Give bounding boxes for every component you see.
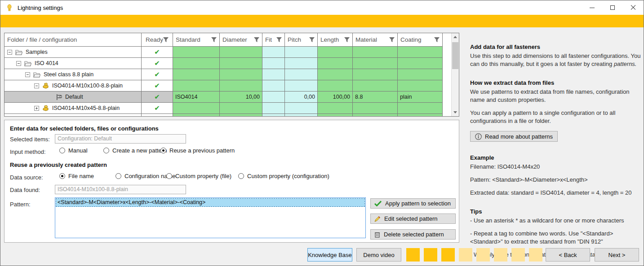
table-scrollbar[interactable] bbox=[451, 33, 459, 116]
demo-video-button[interactable]: Demo video bbox=[356, 248, 401, 262]
column-header-length[interactable]: Length bbox=[318, 33, 353, 47]
configuration-icon bbox=[56, 94, 62, 100]
radio-custom-property-file[interactable]: Custom property (file) bbox=[166, 173, 231, 179]
collapse-expander[interactable] bbox=[34, 83, 39, 88]
maximize-button[interactable] bbox=[602, 0, 623, 15]
back-button[interactable]: < Back bbox=[546, 248, 590, 262]
section-heading-enter-data: Enter data for selected folders, files o… bbox=[10, 125, 159, 132]
example-extracted: Extracted data: standard = ISO4014, diam… bbox=[470, 189, 641, 197]
accent-band bbox=[0, 15, 644, 27]
progress-step bbox=[511, 248, 525, 262]
app-window: Lightning settings Folder / file / confi… bbox=[0, 0, 644, 266]
selected-items-field: Configuration: Default bbox=[55, 134, 186, 144]
radio-reuse-previous-pattern[interactable]: Reuse a previous pattern bbox=[160, 147, 235, 154]
filter-icon[interactable] bbox=[163, 37, 169, 42]
help-text: You can apply a pattern to a single conf… bbox=[470, 109, 641, 125]
filter-icon[interactable] bbox=[344, 37, 350, 42]
radio-create-new-pattern[interactable]: Create a new pattern bbox=[103, 147, 167, 154]
edit-pattern-button[interactable]: Edit selected pattern bbox=[370, 214, 456, 224]
progress-step bbox=[494, 248, 507, 262]
progress-step bbox=[476, 248, 490, 262]
radio-icon bbox=[103, 148, 109, 153]
help-heading-tips: Tips bbox=[470, 208, 641, 215]
next-button[interactable]: Next > bbox=[595, 248, 639, 262]
wizard-progress-steps bbox=[406, 248, 542, 262]
pattern-listbox[interactable]: <Standard>-M<Diameter>x<Length>-<Materia… bbox=[55, 197, 366, 238]
apply-pattern-button[interactable]: Apply pattern to selection bbox=[370, 198, 456, 209]
collapse-expander[interactable] bbox=[7, 50, 12, 55]
radio-icon bbox=[238, 173, 244, 179]
app-logo-icon bbox=[6, 4, 13, 11]
column-header-tree[interactable]: Folder / file / configuration bbox=[4, 33, 142, 47]
minimize-icon bbox=[590, 8, 595, 8]
radio-icon-checked bbox=[160, 148, 166, 153]
table-row[interactable]: ISO4014-M10x100-8.8-plain ✔ bbox=[4, 80, 459, 92]
progress-step bbox=[406, 248, 420, 262]
section-heading-reuse-pattern: Reuse a previously created pattern bbox=[10, 161, 107, 168]
column-header-coating[interactable]: Coating bbox=[398, 33, 443, 47]
collapse-expander[interactable] bbox=[16, 61, 21, 66]
collapse-expander[interactable] bbox=[25, 72, 30, 77]
maximize-icon bbox=[610, 5, 615, 10]
check-icon bbox=[374, 201, 382, 206]
pattern-list-item-selected[interactable]: <Standard>-M<Diameter>x<Length>-<Materia… bbox=[56, 198, 365, 207]
progress-step bbox=[529, 248, 542, 262]
filter-icon[interactable] bbox=[434, 37, 440, 42]
column-header-ready[interactable]: Ready bbox=[142, 33, 173, 47]
table-row[interactable]: Steel class 8.8 plain ✔ bbox=[4, 69, 459, 80]
progress-step bbox=[459, 248, 472, 262]
help-heading-extract: How we extract data from files bbox=[470, 79, 641, 86]
column-header-fit[interactable]: Fit bbox=[262, 33, 285, 47]
window-title: Lightning settings bbox=[18, 4, 63, 11]
table-row[interactable]: ISO4014-M10x50-8.8-plain ✔ bbox=[4, 114, 459, 117]
filter-icon[interactable] bbox=[309, 37, 315, 42]
title-bar: Lightning settings bbox=[0, 0, 644, 15]
table-row[interactable]: ISO4014-M10x45-8.8-plain ✔ bbox=[4, 103, 459, 114]
column-header-pitch[interactable]: Pitch bbox=[285, 33, 318, 47]
scroll-up-icon[interactable] bbox=[453, 36, 457, 38]
read-more-button[interactable]: Read more about patterns bbox=[470, 131, 558, 142]
radio-custom-property-configuration[interactable]: Custom property (configuration) bbox=[238, 173, 329, 179]
data-found-field: ISO4014-M10x100-8.8-plain bbox=[55, 185, 186, 194]
folder-icon bbox=[33, 72, 40, 78]
pattern-label: Pattern: bbox=[10, 201, 31, 208]
expand-expander[interactable] bbox=[34, 106, 39, 111]
close-icon bbox=[631, 5, 636, 10]
ready-check-icon: ✔ bbox=[154, 70, 160, 78]
filter-icon[interactable] bbox=[254, 37, 259, 42]
scrollbar-thumb[interactable] bbox=[452, 42, 458, 69]
scroll-down-icon[interactable] bbox=[453, 111, 457, 113]
column-header-diameter[interactable]: Diameter bbox=[220, 33, 262, 47]
filter-icon[interactable] bbox=[389, 37, 395, 42]
radio-manual[interactable]: Manual bbox=[59, 147, 88, 154]
table-row[interactable]: Samples ✔ bbox=[4, 47, 459, 58]
filter-icon[interactable] bbox=[211, 37, 217, 42]
radio-icon bbox=[115, 173, 121, 179]
input-method-label: Input method: bbox=[10, 148, 46, 155]
radio-icon-checked bbox=[59, 173, 65, 179]
help-heading-add-data: Add data for all fasteners bbox=[470, 44, 641, 50]
ready-check-icon: ✔ bbox=[154, 104, 160, 112]
ready-check-icon: ✔ bbox=[154, 93, 160, 101]
radio-file-name[interactable]: File name bbox=[59, 173, 94, 179]
pencil-icon bbox=[374, 216, 381, 222]
delete-pattern-button[interactable]: Delete selected pattern bbox=[370, 229, 456, 240]
progress-step bbox=[424, 248, 437, 262]
tip-item: - Try the column filters bbox=[470, 264, 641, 266]
help-heading-example: Example bbox=[470, 154, 641, 161]
knowledge-base-button[interactable]: Knowledge Base bbox=[307, 248, 352, 262]
part-file-icon bbox=[42, 105, 49, 111]
filter-icon[interactable] bbox=[276, 37, 282, 42]
configurations-table: Folder / file / configuration Ready Stan… bbox=[4, 33, 459, 117]
minimize-button[interactable] bbox=[582, 0, 602, 15]
progress-step bbox=[441, 248, 455, 262]
table-row-selected[interactable]: Default ✔ ISO4014 10,00 0,00 100,00 8.8 … bbox=[4, 92, 459, 103]
table-header-row: Folder / file / configuration Ready Stan… bbox=[4, 33, 459, 47]
example-filename: Filename: ISO4014-M4x20 bbox=[470, 163, 641, 171]
column-header-standard[interactable]: Standard bbox=[173, 33, 220, 47]
table-row[interactable]: ISO 4014 ✔ bbox=[4, 58, 459, 69]
close-button[interactable] bbox=[623, 0, 644, 15]
data-source-label: Data source: bbox=[10, 174, 43, 181]
column-header-material[interactable]: Material bbox=[353, 33, 398, 47]
info-icon bbox=[475, 133, 482, 140]
